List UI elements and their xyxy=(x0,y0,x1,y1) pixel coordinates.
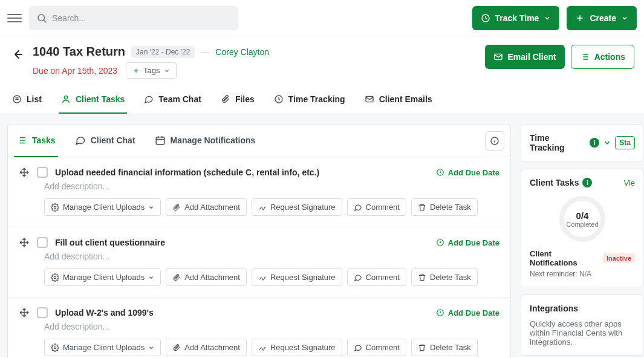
view-link[interactable]: Vie xyxy=(623,178,635,187)
time-tracking-title: Time Tracking xyxy=(530,133,586,152)
chat-icon xyxy=(75,135,86,146)
task-title: Fill out client questionnaire xyxy=(55,238,429,247)
info-dot-icon[interactable]: i xyxy=(582,178,592,187)
add-due-date-link[interactable]: Add Due Date xyxy=(436,238,499,247)
trash-icon xyxy=(418,273,426,282)
delete-task-button[interactable]: Delete Task xyxy=(411,268,478,286)
clock-icon xyxy=(274,94,284,104)
tab-client-emails[interactable]: Client Emails xyxy=(362,90,435,114)
chevron-down-icon[interactable] xyxy=(603,138,611,147)
svg-rect-8 xyxy=(156,137,164,144)
panel-tab-tasks[interactable]: Tasks xyxy=(14,125,58,157)
clock-icon xyxy=(436,238,444,247)
start-button[interactable]: Sta xyxy=(615,136,635,149)
svg-point-13 xyxy=(54,276,56,279)
task-row: Upload W-2's and 1099's Add Due Date Add… xyxy=(8,298,510,358)
tasks-panel: Tasks Client Chat Manage Notifications xyxy=(7,124,511,358)
search-box[interactable] xyxy=(29,6,238,30)
add-attachment-button[interactable]: Add Attachment xyxy=(166,339,247,356)
client-link[interactable]: Corey Clayton xyxy=(215,47,269,57)
tags-label: Tags xyxy=(143,66,160,75)
comment-icon xyxy=(354,273,362,282)
clock-icon xyxy=(481,13,490,23)
signature-icon xyxy=(258,203,267,212)
integrations-desc: Quickly access other apps within Financi… xyxy=(521,319,643,347)
tab-client-tasks[interactable]: Client Tasks xyxy=(59,90,127,114)
add-attachment-button[interactable]: Add Attachment xyxy=(166,268,247,286)
track-time-button[interactable]: Track Time xyxy=(472,6,560,30)
progress-value: 0/4 xyxy=(576,210,589,221)
next-reminder: Next reminder: N/A xyxy=(530,270,635,278)
comment-button[interactable]: Comment xyxy=(347,339,406,356)
svg-line-1 xyxy=(44,20,45,22)
manage-uploads-button[interactable]: Manage Client Uploads xyxy=(44,268,161,286)
add-due-date-link[interactable]: Add Due Date xyxy=(436,308,499,317)
drag-handle-icon[interactable] xyxy=(19,307,30,318)
signature-icon xyxy=(258,343,267,352)
info-button[interactable] xyxy=(485,131,504,151)
chat-icon xyxy=(144,94,154,104)
panel-tab-client-chat[interactable]: Client Chat xyxy=(73,125,138,157)
tags-button[interactable]: Tags xyxy=(126,62,176,79)
tab-time-tracking[interactable]: Time Tracking xyxy=(272,90,348,114)
request-signature-button[interactable]: Request Signature xyxy=(252,339,342,356)
drag-handle-icon[interactable] xyxy=(19,167,30,178)
email-client-button[interactable]: Email Client xyxy=(485,45,565,69)
chevron-down-icon xyxy=(148,345,154,351)
plus-icon xyxy=(575,13,585,23)
task-title: Upload W-2's and 1099's xyxy=(55,308,429,317)
request-signature-button[interactable]: Request Signature xyxy=(252,198,342,216)
task-description-placeholder[interactable]: Add description... xyxy=(44,322,499,331)
tab-client-emails-label: Client Emails xyxy=(379,94,432,104)
integrations-panel: Integrations Quickly access other apps w… xyxy=(521,295,644,356)
request-signature-button[interactable]: Request Signature xyxy=(252,268,342,286)
period-chip: Jan '22 - Dec '22 xyxy=(131,46,195,58)
integrations-title: Integrations xyxy=(521,304,643,313)
mail-icon xyxy=(493,52,503,62)
tab-files-label: Files xyxy=(235,94,255,104)
comment-button[interactable]: Comment xyxy=(347,268,406,286)
info-dot-icon[interactable]: i xyxy=(590,138,599,148)
chevron-down-icon xyxy=(148,204,154,210)
panel-tab-client-chat-label: Client Chat xyxy=(91,135,135,145)
chevron-down-icon xyxy=(621,15,628,22)
tab-list[interactable]: List xyxy=(10,90,44,114)
back-arrow-icon[interactable] xyxy=(10,47,24,62)
page-title: 1040 Tax Return xyxy=(33,45,125,59)
page-header: 1040 Tax Return Jan '22 - Dec '22 — Core… xyxy=(0,36,644,114)
paperclip-icon xyxy=(172,203,181,212)
menu-icon[interactable] xyxy=(7,11,22,25)
task-checkbox[interactable] xyxy=(37,237,48,248)
create-button[interactable]: Create xyxy=(567,6,637,30)
tab-team-chat[interactable]: Team Chat xyxy=(141,90,204,114)
due-date-text: Due on Apr 15th, 2023 xyxy=(33,66,117,76)
task-checkbox[interactable] xyxy=(37,307,48,318)
task-checkbox[interactable] xyxy=(37,167,48,178)
clock-icon xyxy=(436,168,444,177)
manage-uploads-button[interactable]: Manage Client Uploads xyxy=(44,339,161,356)
comment-button[interactable]: Comment xyxy=(347,198,406,216)
drag-handle-icon[interactable] xyxy=(19,237,30,248)
search-icon xyxy=(36,13,47,24)
email-client-label: Email Client xyxy=(508,52,556,62)
search-input[interactable] xyxy=(52,13,231,23)
panel-tab-manage-notifications[interactable]: Manage Notifications xyxy=(152,125,258,157)
task-description-placeholder[interactable]: Add description... xyxy=(44,252,499,261)
tab-files[interactable]: Files xyxy=(218,90,257,114)
svg-point-15 xyxy=(54,347,56,349)
client-notifications-label: Client Notifications xyxy=(530,249,598,267)
gear-icon xyxy=(51,343,59,352)
task-description-placeholder[interactable]: Add description... xyxy=(44,181,499,191)
chevron-down-icon xyxy=(544,15,551,22)
actions-label: Actions xyxy=(594,52,625,62)
task-row: Fill out client questionnaire Add Due Da… xyxy=(8,227,510,298)
manage-uploads-button[interactable]: Manage Client Uploads xyxy=(44,198,161,216)
delete-task-button[interactable]: Delete Task xyxy=(411,339,478,356)
delete-task-button[interactable]: Delete Task xyxy=(411,198,478,216)
add-attachment-button[interactable]: Add Attachment xyxy=(166,198,247,216)
add-due-date-link[interactable]: Add Due Date xyxy=(436,168,499,177)
actions-button[interactable]: Actions xyxy=(571,45,634,69)
paperclip-icon xyxy=(172,273,181,282)
tab-list-label: List xyxy=(27,94,42,104)
tab-client-tasks-label: Client Tasks xyxy=(76,94,125,104)
